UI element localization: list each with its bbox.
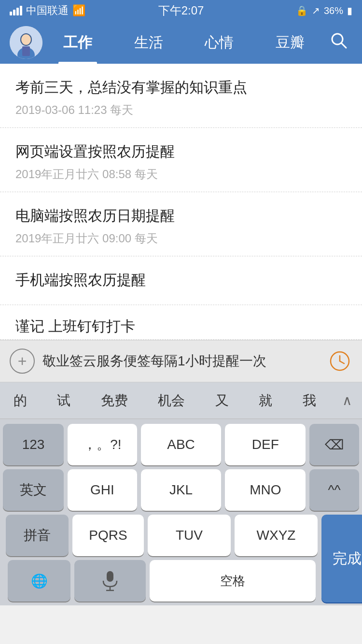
key-mic[interactable] — [74, 560, 146, 602]
reminder-item-0[interactable]: 考前三天，总结没有掌握的知识重点 2019-03-06 11:23 每天 — [0, 64, 362, 128]
rows-col: 拼音 PQRS TUV WXYZ 🌐 — [6, 515, 318, 602]
suggestions-bar: 的 试 免费 机会 又 就 我 ∧ — [0, 382, 362, 419]
suggestion-0[interactable]: 的 — [5, 386, 36, 416]
globe-icon: 🌐 — [31, 573, 48, 589]
chevron-up-icon[interactable]: ∧ — [337, 388, 357, 413]
svg-rect-10 — [107, 571, 113, 582]
status-bar: 中国联通 📶 下午2:07 🔒 ↗ 36% ▮ — [0, 0, 362, 21]
time-label: 下午2:07 — [158, 3, 204, 18]
lock-icon: 🔒 — [296, 5, 308, 16]
key-punct[interactable]: ，。?! — [68, 424, 137, 465]
key-row-1: 123 ，。?! ABC DEF ⌫ — [3, 424, 359, 465]
reminder-time-0: 2019-03-06 11:23 每天 — [15, 102, 347, 118]
reminder-partial-title: 谨记 上班钉钉打卡 — [15, 317, 347, 336]
key-globe[interactable]: 🌐 — [8, 560, 70, 602]
suggestion-2[interactable]: 免费 — [92, 386, 137, 416]
delete-icon: ⌫ — [325, 437, 344, 453]
reminder-time-1: 2019年正月廿六 08:58 每天 — [15, 167, 347, 182]
svg-point-4 — [21, 34, 31, 45]
reminder-item-2[interactable]: 电脑端按照农历日期提醒 2019年正月廿六 09:00 每天 — [0, 192, 362, 256]
content-area: 考前三天，总结没有掌握的知识重点 2019-03-06 11:23 每天 网页端… — [0, 64, 362, 340]
status-left: 中国联通 📶 — [10, 3, 85, 18]
search-button[interactable] — [325, 27, 352, 58]
location-icon: ↗ — [312, 5, 320, 16]
reminder-title-1: 网页端设置按照农历提醒 — [15, 141, 347, 162]
key-row-4: 🌐 空格 — [6, 560, 318, 602]
nav-bar: 工作 生活 心情 豆瓣 — [0, 21, 362, 64]
suggestion-3[interactable]: 机会 — [149, 386, 194, 416]
reminder-title-3: 手机端按照农历提醒 — [15, 270, 347, 290]
add-button[interactable]: + — [10, 349, 35, 374]
input-bar: + 敬业签云服务便签每隔1小时提醒一次 — [0, 340, 362, 382]
tab-life[interactable]: 生活 — [129, 21, 168, 64]
tab-mood[interactable]: 心情 — [200, 21, 238, 64]
svg-line-6 — [341, 43, 346, 48]
key-mno[interactable]: MNO — [225, 469, 306, 511]
key-abc[interactable]: ABC — [141, 424, 222, 465]
key-emoji[interactable]: ^^ — [309, 469, 359, 511]
key-pqrs[interactable]: PQRS — [72, 515, 144, 556]
carrier-label: 中国联通 — [26, 3, 69, 18]
svg-line-9 — [340, 361, 344, 364]
key-delete[interactable]: ⌫ — [309, 424, 359, 465]
status-right: 🔒 ↗ 36% ▮ — [296, 5, 352, 16]
reminder-item-3[interactable]: 手机端按照农历提醒 — [0, 256, 362, 305]
key-space[interactable]: 空格 — [150, 560, 316, 602]
suggestion-4[interactable]: 又 — [207, 386, 237, 416]
key-done[interactable]: 完成 — [321, 515, 362, 602]
reminder-partial[interactable]: 谨记 上班钉钉打卡 — [0, 305, 362, 340]
reminder-title-0: 考前三天，总结没有掌握的知识重点 — [15, 77, 347, 98]
keyboard: 的 试 免费 机会 又 就 我 ∧ 123 ，。?! ABC DEF ⌫ — [0, 382, 362, 605]
svg-rect-3 — [22, 46, 30, 56]
key-row-3: 拼音 PQRS TUV WXYZ — [6, 515, 318, 556]
text-input[interactable]: 敬业签云服务便签每隔1小时提醒一次 — [42, 351, 320, 370]
nav-tabs: 工作 生活 心情 豆瓣 — [42, 21, 325, 64]
key-english[interactable]: 英文 — [3, 469, 64, 511]
plus-icon: + — [18, 352, 27, 370]
reminder-title-2: 电脑端按照农历日期提醒 — [15, 206, 347, 226]
key-jkl[interactable]: JKL — [141, 469, 222, 511]
signal-icon — [10, 6, 22, 15]
key-row-2: 英文 GHI JKL MNO ^^ — [3, 469, 359, 511]
suggestion-5[interactable]: 就 — [250, 386, 281, 416]
key-tuv[interactable]: TUV — [148, 515, 231, 556]
battery-label: 36% — [324, 5, 343, 16]
key-ghi[interactable]: GHI — [68, 469, 137, 511]
key-123[interactable]: 123 — [3, 424, 64, 465]
reminder-item-1[interactable]: 网页端设置按照农历提醒 2019年正月廿六 08:58 每天 — [0, 128, 362, 192]
key-wxyz[interactable]: WXYZ — [235, 515, 318, 556]
wifi-icon: 📶 — [72, 4, 85, 17]
reminder-time-2: 2019年正月廿六 09:00 每天 — [15, 231, 347, 246]
battery-icon: ▮ — [347, 5, 352, 16]
tab-douban[interactable]: 豆瓣 — [271, 21, 309, 64]
clock-button[interactable] — [327, 349, 352, 374]
keys-area: 123 ，。?! ABC DEF ⌫ 英文 GHI JKL — [0, 419, 362, 605]
suggestion-1[interactable]: 试 — [48, 386, 79, 416]
key-pinyin[interactable]: 拼音 — [6, 515, 69, 556]
key-def[interactable]: DEF — [225, 424, 306, 465]
combined-rows: 拼音 PQRS TUV WXYZ 🌐 — [3, 515, 359, 602]
avatar[interactable] — [10, 26, 42, 59]
tab-work[interactable]: 工作 — [58, 21, 97, 64]
suggestion-6[interactable]: 我 — [294, 386, 325, 416]
